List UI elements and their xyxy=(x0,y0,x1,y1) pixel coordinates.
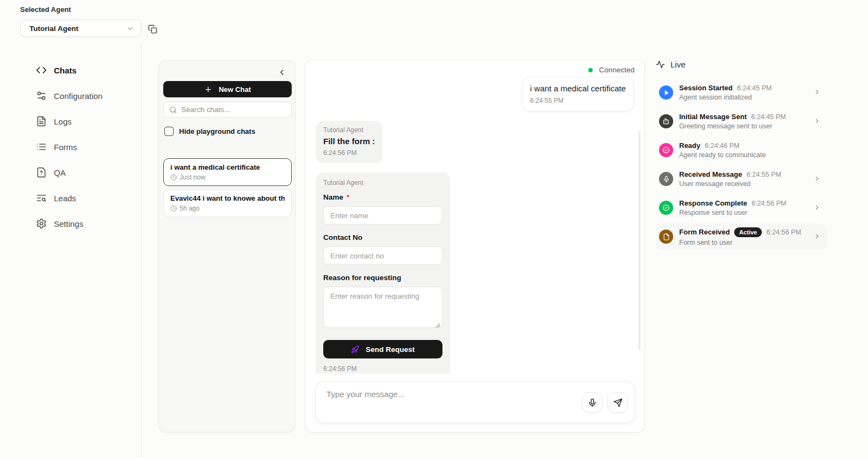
form-sender: Tutorial Agent xyxy=(323,179,442,187)
sidebar-item-label: Chats xyxy=(54,66,77,75)
list-icon xyxy=(36,141,47,152)
chevron-right-icon xyxy=(814,233,821,240)
agent-message-sender: Tutorial Agent xyxy=(323,126,375,134)
send-request-label: Send Request xyxy=(366,345,415,354)
event-description: User message received xyxy=(679,180,781,188)
contact-no-field[interactable] xyxy=(323,246,442,265)
event-time: 6:24:45 PM xyxy=(751,113,786,121)
play-icon xyxy=(659,85,673,100)
send-request-button[interactable]: Send Request xyxy=(323,340,442,358)
send-icon xyxy=(613,398,623,407)
name-field[interactable] xyxy=(323,206,442,225)
file-question-icon xyxy=(36,167,47,178)
chat-time: Just now xyxy=(180,174,205,181)
chevron-down-icon xyxy=(126,24,134,33)
live-title: Live xyxy=(670,60,686,69)
chevron-right-icon xyxy=(814,204,821,211)
event-ready[interactable]: Ready 6:24:46 PM Agent ready to communic… xyxy=(656,137,827,163)
event-description: Agent ready to communicate xyxy=(679,151,766,159)
chat-items: i want a medical certificate Just now Ev… xyxy=(163,158,292,217)
chat-list-item[interactable]: i want a medical certificate Just now xyxy=(163,158,292,186)
sidebar-item-configuration[interactable]: Configuration xyxy=(33,86,106,105)
message-input[interactable] xyxy=(327,389,533,399)
mic-icon xyxy=(588,398,597,407)
code-icon xyxy=(36,65,47,76)
user-message-time: 6:24:55 PM xyxy=(530,97,626,104)
sidebar-item-qa[interactable]: QA xyxy=(33,163,106,182)
clock-icon xyxy=(170,205,177,212)
bot-icon xyxy=(659,114,673,128)
event-title: Session Started xyxy=(679,84,732,92)
event-session-started[interactable]: Session Started 6:24:45 PM Agent session… xyxy=(656,79,827,106)
user-message-bubble: i want a medical certificate 6:24:55 PM xyxy=(522,77,634,112)
event-description: Response sent to user xyxy=(679,209,786,216)
copy-agent-button[interactable] xyxy=(146,23,158,35)
chevron-right-icon xyxy=(814,89,821,96)
messages-area: i want a medical certificate 6:24:55 PM … xyxy=(305,77,644,374)
sidebar-item-label: Forms xyxy=(54,143,77,152)
chat-title: i want a medical certificate xyxy=(170,163,285,171)
event-description: Agent session initialized xyxy=(679,94,772,101)
sidebar-nav: Chats Configuration Logs Forms QA xyxy=(33,61,106,233)
form-message-bubble: Tutorial Agent Name * Contact No Reason … xyxy=(316,172,450,374)
chevron-left-icon xyxy=(278,68,287,77)
sidebar-item-label: Settings xyxy=(54,219,83,228)
hide-playground-toggle[interactable]: Hide playground chats xyxy=(164,127,255,136)
sidebar-item-settings[interactable]: Settings xyxy=(33,214,106,233)
event-time: 6:24:56 PM xyxy=(766,228,801,236)
agent-dropdown-value: Tutorial Agent xyxy=(29,24,78,33)
new-chat-button[interactable]: New Chat xyxy=(163,81,292,97)
clock-icon xyxy=(170,174,177,181)
mic-icon xyxy=(659,172,673,186)
reason-field[interactable] xyxy=(323,287,442,328)
connected-label: Connected xyxy=(599,66,635,74)
check-circle-icon xyxy=(659,201,673,215)
chevron-right-icon xyxy=(814,175,821,182)
chat-search xyxy=(163,102,292,117)
resize-grip-icon[interactable] xyxy=(435,323,440,328)
event-time: 6:24:46 PM xyxy=(705,142,740,150)
sliders-icon xyxy=(36,90,47,101)
chat-scrollbar[interactable] xyxy=(638,131,641,350)
event-time: 6:24:45 PM xyxy=(737,84,772,92)
hide-playground-checkbox[interactable] xyxy=(164,127,174,136)
search-icon xyxy=(169,106,177,114)
event-initial-message-sent[interactable]: Initial Message Sent 6:24:45 PM Greeting… xyxy=(656,108,827,134)
chat-list-panel: New Chat Hide playground chats i want a … xyxy=(158,60,296,432)
file-icon xyxy=(659,230,673,244)
chat-title: Evavic44 i want to knowe about this... xyxy=(170,194,285,202)
selected-agent-label: Selected Agent xyxy=(20,5,71,14)
collapse-panel-button[interactable] xyxy=(278,67,287,77)
chat-search-input[interactable] xyxy=(181,106,286,114)
sidebar-item-forms[interactable]: Forms xyxy=(33,138,106,156)
agent-message-bubble: Tutorial Agent Fill the form : 6:24:56 P… xyxy=(316,121,383,163)
form-message-time: 6:24:56 PM xyxy=(323,365,442,373)
active-badge: Active xyxy=(734,227,762,237)
event-response-complete[interactable]: Response Complete 6:24:56 PM Response se… xyxy=(656,195,827,221)
mic-button[interactable] xyxy=(582,392,602,413)
plus-icon xyxy=(204,85,212,94)
sidebar-divider xyxy=(141,42,141,458)
text-search-icon xyxy=(36,193,47,203)
activity-icon xyxy=(656,60,665,69)
connected-dot-icon xyxy=(588,68,593,72)
sidebar-item-label: QA xyxy=(54,168,66,177)
sidebar-item-leads[interactable]: Leads xyxy=(33,189,106,207)
hide-playground-label: Hide playground chats xyxy=(179,127,255,135)
sidebar-item-chats[interactable]: Chats xyxy=(33,61,106,79)
event-form-received[interactable]: Form Received Active 6:24:56 PM Form sen… xyxy=(656,224,827,250)
sidebar-item-label: Configuration xyxy=(54,91,102,101)
event-received-message[interactable]: Received Message 6:24:55 PM User message… xyxy=(656,166,827,192)
connection-status: Connected xyxy=(588,66,635,74)
agent-dropdown[interactable]: Tutorial Agent xyxy=(20,20,141,37)
sidebar-item-logs[interactable]: Logs xyxy=(33,112,106,131)
event-title: Ready xyxy=(679,141,700,150)
user-message-text: i want a medical certificate xyxy=(530,84,626,93)
new-chat-label: New Chat xyxy=(219,85,251,94)
send-message-button[interactable] xyxy=(607,392,628,413)
form-field-label-contact: Contact No xyxy=(323,233,362,242)
agent-message-time: 6:24:56 PM xyxy=(323,149,375,157)
copy-icon xyxy=(148,24,157,34)
chat-list-item[interactable]: Evavic44 i want to knowe about this... 5… xyxy=(163,189,292,217)
agent-message-text: Fill the form : xyxy=(323,137,375,146)
